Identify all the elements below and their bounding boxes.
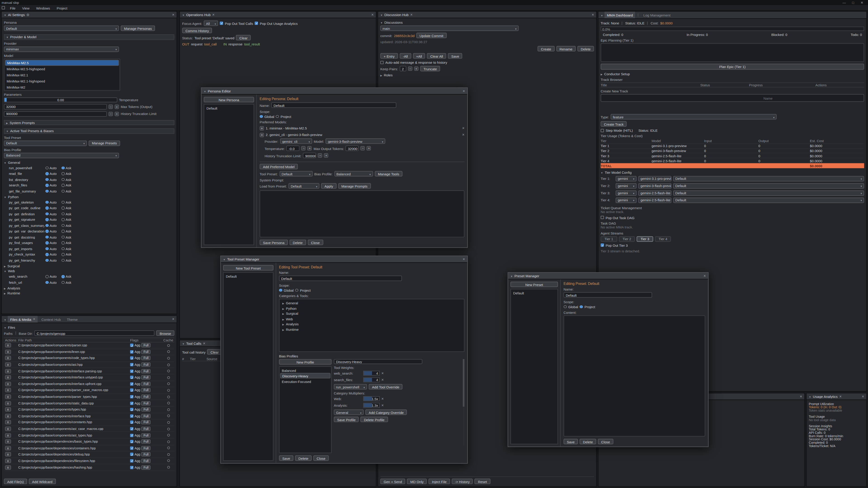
provider-select[interactable]: gemini_cli — [280, 138, 312, 144]
remove-file-button[interactable]: x — [5, 350, 11, 354]
full-button[interactable]: Full — [141, 446, 151, 450]
discussion-action-button[interactable]: Rename — [556, 46, 576, 51]
gear-icon[interactable] — [26, 13, 29, 17]
composer-button[interactable]: Reset — [475, 479, 490, 484]
category-row[interactable]: Surgical — [281, 311, 463, 316]
global-radio[interactable] — [279, 289, 282, 292]
auto-radio[interactable] — [45, 259, 49, 262]
ask-radio[interactable] — [61, 281, 64, 284]
decrement-icon[interactable] — [108, 104, 113, 109]
remove-file-button[interactable]: x — [5, 414, 11, 418]
ask-radio[interactable] — [61, 275, 64, 278]
global-radio[interactable] — [563, 305, 566, 308]
reorder-handle-icon[interactable] — [260, 133, 264, 137]
ask-radio[interactable] — [61, 178, 64, 181]
full-button[interactable]: Full — [141, 362, 151, 367]
category-row[interactable]: General — [281, 300, 463, 306]
profile-item[interactable]: Discovery-Heavy — [280, 373, 331, 379]
collapse-icon[interactable] — [600, 13, 603, 17]
auto-radio[interactable] — [45, 224, 49, 227]
remove-file-button[interactable]: x — [5, 388, 11, 393]
full-button[interactable]: Full — [141, 427, 151, 431]
ask-radio[interactable] — [61, 190, 64, 193]
collapse-icon[interactable] — [204, 89, 206, 93]
new-preset-button[interactable]: New Preset — [510, 282, 558, 287]
remove-file-button[interactable]: x — [5, 452, 11, 457]
manage-presets-button[interactable]: Manage Presets — [89, 140, 120, 146]
collapse-icon[interactable] — [4, 317, 6, 321]
remove-multiplier-icon[interactable] — [381, 397, 383, 401]
multiplier-input[interactable]: 1.3x — [363, 403, 380, 408]
cache-indicator[interactable] — [167, 415, 169, 417]
cache-indicator[interactable] — [167, 408, 169, 411]
persona-editor-header[interactable]: Persona Editor — [202, 88, 467, 94]
stream-tab[interactable]: Tier 4 — [655, 236, 671, 241]
pop-out-task-dag-checkbox[interactable] — [600, 216, 604, 219]
full-button[interactable]: Full — [141, 440, 151, 444]
tool-preset-select[interactable]: Default — [4, 140, 87, 146]
model-option[interactable]: MiniMax-M2.5-highspeed — [5, 66, 119, 72]
stream-tab[interactable]: Tier 1 — [600, 236, 617, 241]
tool-preset-select[interactable]: Default — [279, 171, 313, 176]
discussion-action-button[interactable]: Delete — [578, 46, 594, 51]
remove-file-button[interactable]: x — [5, 369, 11, 373]
new-persona-button[interactable]: New Persona — [204, 97, 254, 102]
category-row[interactable]: Python — [281, 306, 463, 311]
focus-agent-select[interactable]: All — [204, 21, 218, 26]
full-button[interactable]: Full — [141, 382, 151, 386]
category-row[interactable]: Analysis — [281, 322, 463, 327]
auto-radio[interactable] — [45, 218, 49, 221]
ask-radio[interactable] — [61, 235, 64, 238]
ask-radio[interactable] — [61, 184, 64, 187]
entry-action-button[interactable]: +All — [413, 53, 425, 59]
tool-group-header[interactable]: Python — [4, 194, 174, 199]
full-button[interactable]: Full — [141, 350, 151, 354]
base-dir-input[interactable]: C:/projects/gencpp — [35, 330, 155, 336]
scrollbar-thumb[interactable] — [463, 359, 464, 406]
new-tool-preset-button[interactable]: New Tool Preset — [223, 265, 274, 270]
close-tab-icon[interactable] — [203, 341, 205, 346]
pop-out-tier3-checkbox[interactable] — [600, 243, 604, 247]
full-button[interactable]: Full — [141, 375, 151, 380]
tab-context-hub[interactable]: Context Hub — [39, 316, 63, 322]
full-button[interactable]: Full — [141, 388, 151, 393]
persona-name-input[interactable]: Default — [272, 102, 397, 108]
provider-model-section[interactable]: Provider & Model — [4, 34, 174, 39]
update-commit-button[interactable]: Update Commit — [416, 33, 447, 38]
track-type-select[interactable]: feature — [611, 114, 777, 119]
track-name-input[interactable]: Name — [600, 94, 864, 102]
close-icon[interactable] — [592, 13, 594, 17]
save-persona-button[interactable]: Save Persona — [260, 239, 288, 245]
tool-group-header[interactable]: Runtime — [4, 291, 174, 296]
full-button[interactable]: Full — [141, 459, 151, 463]
delete-button[interactable]: Delete — [295, 455, 312, 461]
minimize-icon[interactable] — [840, 1, 848, 4]
weight-input[interactable]: 4 — [363, 371, 380, 376]
remove-file-button[interactable]: x — [5, 401, 11, 405]
remove-file-button[interactable]: x — [5, 420, 11, 425]
pop-out-usage-checkbox[interactable] — [255, 22, 258, 25]
remove-multiplier-icon[interactable] — [381, 403, 383, 408]
list-item[interactable]: Default — [205, 105, 253, 111]
triangle-icon[interactable] — [380, 21, 383, 24]
increment-icon[interactable] — [307, 146, 312, 151]
max-output-input[interactable]: 32000 — [346, 145, 359, 151]
max-tokens-input[interactable]: 32000 — [4, 104, 107, 109]
triangle-icon[interactable] — [4, 325, 6, 329]
tool-group-header[interactable]: Surgical — [4, 263, 174, 268]
profile-name-input[interactable]: Discovery-Heavy — [334, 359, 423, 364]
increment-icon[interactable] — [414, 66, 418, 71]
auto-radio[interactable] — [45, 275, 49, 278]
add-category-override-button[interactable]: Add Category Override — [365, 410, 407, 415]
new-profile-button[interactable]: New Profile — [279, 359, 332, 364]
model-option[interactable]: MiniMax-M2.1 — [5, 72, 119, 78]
menu-item[interactable]: Windows — [33, 5, 53, 10]
system-prompts-section[interactable]: System Prompts — [4, 120, 174, 125]
menu-item[interactable]: Project — [54, 5, 70, 10]
decrement-icon[interactable] — [301, 146, 306, 151]
tool-group-header[interactable]: Web — [4, 268, 174, 273]
model-option[interactable]: MiniMax-M2.1-highspeed — [5, 78, 119, 84]
composer-button[interactable]: MD Only — [407, 479, 427, 484]
auto-radio[interactable] — [45, 241, 49, 244]
close-icon[interactable] — [800, 394, 802, 398]
